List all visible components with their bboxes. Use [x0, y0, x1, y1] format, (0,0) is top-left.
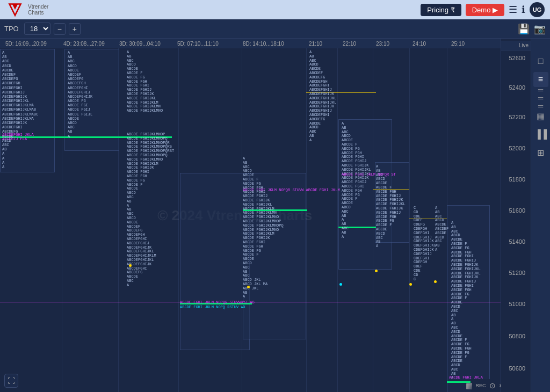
time-label-9: 24:10 [412, 41, 426, 47]
sidebar-icon-grid1[interactable]: ▦ [533, 108, 548, 124]
chart-toolbar: TPO 18 − + 💾 📷 [0, 19, 550, 39]
time-label-2: 4D: 23:08...27:09 [63, 41, 105, 47]
col-sep-8 [409, 48, 410, 392]
rec-icon[interactable]: REC [476, 383, 486, 388]
nav-right: Pricing ₹ Demo ▶ ☰ ℹ UG [421, 2, 545, 17]
price-51400: 51400 [509, 238, 529, 245]
dot-2 [247, 286, 250, 288]
live-label: Live [519, 42, 529, 48]
info-button[interactable]: ℹ [522, 4, 525, 16]
time-label-6: 21:10 [309, 41, 322, 47]
tpo-col-4-magenta: ABCDE FGHI JKLM NOPQR STUVW ABCDE FGHI J… [243, 188, 340, 192]
user-avatar[interactable]: UG [530, 2, 545, 17]
tpo-col-1-magenta: ABCDEFGHI JKLAABCFGIJ FLA [2, 133, 34, 141]
info-icon: ℹ [522, 4, 525, 16]
tpo-col-8b: AABABCABCDABCDEABCDEFABCDEABCDABCABA [435, 206, 448, 252]
tpo-col-6: AABABCABCDABCDEABCDE FABCDE FGABCDE FGHA… [342, 122, 371, 239]
tpo-col-4: AABABCABCDABCDEABCDE FABCDE FGABCDE FGHA… [243, 157, 284, 299]
tpo-col-3-cyan: ABCDE FGHI JKLM NOPQ RSTUV WX [180, 305, 245, 309]
price-52400: 52400 [509, 84, 529, 91]
price-52200: 52200 [509, 114, 529, 120]
brand-sub: Charts [28, 10, 48, 16]
svg-marker-1 [12, 4, 18, 10]
tpo-col-9: AABABCABCDABCDEABCDE FABCDE FGABCDE FGHA… [451, 221, 481, 380]
col-sep-3 [178, 48, 179, 392]
time-label-5: 8D: 14:10...18:10 [243, 41, 284, 47]
fullscreen-button[interactable]: ⛶ [4, 374, 18, 388]
time-label-8: 23:10 [376, 41, 389, 47]
grid-icon[interactable]: ▦ [466, 381, 473, 390]
menu-icon: ☰ [509, 4, 517, 16]
dot-5 [339, 283, 342, 286]
sidebar-icon-lines2[interactable]: ═══ [533, 90, 548, 105]
tpo-col-1: AABABCABCDABCDEABCDEFABCDEFGABCDEFGHABCD… [2, 50, 38, 169]
live-label-area: Live [501, 41, 531, 50]
logo-icon [5, 2, 25, 17]
tpo-value-select[interactable]: 18 [24, 23, 50, 35]
price-50600: 50600 [509, 365, 529, 372]
chart-bottom-toolbar: ▦ REC ⊙ ⚙ [471, 379, 501, 392]
dot-3 [375, 270, 378, 272]
time-label-1: 5D: 16:09...20:09 [5, 41, 47, 47]
right-sidebar: □ ≡ ═══ ▦ ▐▐ ⊞ [531, 39, 550, 392]
sidebar-icon-bars[interactable]: ▐▐ [533, 127, 548, 142]
col-sep-5 [306, 48, 307, 392]
chart-area[interactable]: 5D: 16:09...20:09 4D: 23:08...27:09 3D: … [0, 39, 501, 392]
main-area: 5D: 16:09...20:09 4D: 23:08...27:09 3D: … [0, 39, 550, 392]
time-label-7: 22:10 [343, 41, 356, 47]
dot-7 [434, 280, 437, 283]
dot-4 [409, 283, 412, 286]
price-52000: 52000 [509, 145, 529, 151]
time-label-10: 25:10 [451, 41, 465, 47]
tpo-col-5: AABABCABCDABCDEABCDEFABCDEFGABCDEFGHABCD… [309, 50, 336, 143]
price-51200: 51200 [509, 270, 529, 276]
pricing-button[interactable]: Pricing ₹ [421, 4, 461, 16]
target-icon[interactable]: ⊙ [489, 381, 496, 390]
logo-text: Vtrender Charts [28, 4, 48, 16]
price-51600: 51600 [509, 207, 529, 214]
camera-button[interactable]: 📷 [534, 23, 546, 35]
price-51000: 51000 [509, 301, 529, 307]
sidebar-icon-square[interactable]: □ [533, 54, 548, 69]
price-51800: 51800 [509, 176, 529, 183]
menu-button[interactable]: ☰ [509, 4, 517, 16]
time-axis: 5D: 16:09...20:09 4D: 23:08...27:09 3D: … [0, 39, 501, 48]
price-50800: 50800 [509, 333, 529, 339]
tpo-col-3-magenta: ABCDE FGHI JKLM NOPQR STUVWXYZ AB [180, 300, 255, 304]
sidebar-icon-lines1[interactable]: ≡ [533, 72, 548, 87]
demo-button[interactable]: Demo ▶ [466, 4, 504, 16]
top-navigation: Vtrender Charts Pricing ₹ Demo ▶ ☰ ℹ UG [0, 0, 550, 19]
price-axis: Live 52600 52400 52200 52000 51800 51600… [501, 39, 531, 392]
dot-1 [129, 264, 132, 267]
tpo-col-3-top: AABABCABCDABCDEABCDE FABCDE FGABCDE FGHA… [127, 50, 163, 113]
increase-button[interactable]: + [69, 23, 81, 35]
price-52600: 52600 [509, 55, 529, 61]
sidebar-icon-grid2[interactable]: ⊞ [533, 145, 548, 160]
brand-name: Vtrender [28, 4, 48, 10]
col-sep-1 [62, 48, 62, 392]
toolbar-right: 💾 📷 [518, 23, 546, 35]
tpo-col-3-mid: ABCDE FGHIJKLMNOPABCDE FGHIJKLMNOPQABCDE… [127, 133, 174, 287]
time-label-4: 5D: 07:10...11:10 [177, 41, 219, 47]
tpo-col-2: AABABCABCDABCDEABCDEFABCDEFGABCDEFGHABCD… [68, 50, 92, 139]
chart-type-label: TPO [4, 25, 19, 33]
tpo-col-8: CCDCDECDEFCDEFGCDEFGHCDEFGHICDEFGHIJCDEF… [414, 206, 436, 281]
save-button[interactable]: 💾 [518, 23, 530, 35]
decrease-button[interactable]: − [54, 23, 66, 35]
time-label-3: 3D: 30:09...04:10 [119, 41, 161, 47]
va-box-3 [180, 173, 250, 350]
col-sep-6 [337, 48, 338, 392]
tpo-col-7: AABABCABCDABCDEABCDE FABCDE FGHABCDE FGH… [376, 165, 406, 249]
logo-area: Vtrender Charts [5, 2, 48, 17]
